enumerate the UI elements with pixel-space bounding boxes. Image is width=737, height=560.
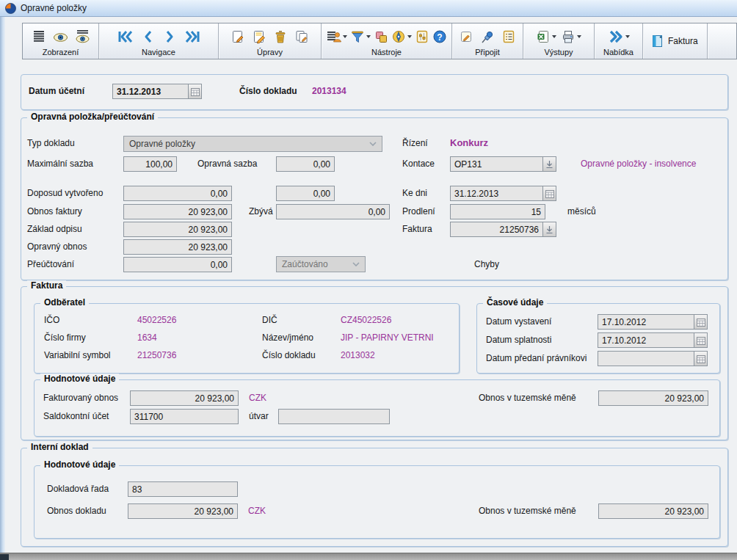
header-box: Datum účetní 31.12.2013 Číslo dokladu 20… — [21, 74, 728, 110]
kontace-lookup-button[interactable] — [542, 156, 556, 172]
duplicate-button[interactable] — [374, 29, 388, 44]
dropdown-caret-icon — [577, 35, 581, 38]
calendar-button[interactable] — [694, 314, 708, 330]
faktura-doc-icon — [652, 34, 664, 48]
refresh-compass-button[interactable] — [391, 29, 412, 44]
view-list-detail-button[interactable] — [75, 29, 90, 44]
datum-ucetni-field[interactable]: 31.12.2013 — [112, 84, 189, 99]
help-button[interactable]: ? — [432, 29, 447, 44]
doposud-vytvoreno-field2[interactable]: 0,00 — [276, 186, 335, 201]
delete-record-button[interactable] — [273, 29, 288, 44]
doposud-vytvoreno-field[interactable]: 0,00 — [123, 186, 232, 201]
datum-splatnosti-label: Datum splatnosti — [486, 332, 551, 348]
utvar-field[interactable] — [278, 409, 390, 424]
rizeni-label: Řízení — [402, 136, 428, 151]
new-record-button[interactable] — [230, 29, 245, 44]
nav-prev-button[interactable] — [142, 29, 154, 44]
doposud-vytvoreno-label: Doposud vytvořeno — [27, 186, 103, 201]
calendar-button[interactable] — [694, 332, 708, 348]
faktura-obnos-tuzemska-value: 20 923,00 — [665, 393, 704, 404]
dokladova-rada-value: 83 — [132, 484, 142, 495]
zaklad-odpisu-field[interactable]: 20 923,00 — [123, 222, 232, 237]
calendar-icon — [191, 87, 200, 96]
nav-last-icon — [185, 29, 201, 44]
print-icon — [561, 29, 576, 44]
help-icon: ? — [432, 29, 447, 44]
ico-label: IČO — [44, 314, 59, 326]
ke-dni-field[interactable]: 31.12.2013 — [450, 186, 543, 201]
faktura-ref-field[interactable]: 21250736 — [450, 222, 543, 237]
obnos-dokladu-field[interactable]: 20 923,00 — [128, 503, 238, 519]
kontace-description: Opravné položky - insolvence — [581, 156, 696, 172]
toolbar-group-label: Nástroje — [322, 48, 451, 59]
obnos-faktury-field[interactable]: 20 923,00 — [123, 204, 232, 219]
kontace-field[interactable]: OP131 — [450, 156, 543, 172]
calendar-button[interactable] — [694, 351, 708, 366]
prodleni-field[interactable]: 15 — [450, 204, 545, 219]
faktura-cislo-dokladu-label: Číslo dokladu — [262, 349, 316, 361]
nav-next-button[interactable] — [164, 29, 175, 44]
attach-note-button[interactable] — [459, 29, 473, 44]
ico-value: 45022526 — [137, 314, 176, 326]
zauctovano-combo[interactable]: Zaúčtováno — [276, 256, 366, 272]
faktura-lookup-button[interactable] — [542, 222, 556, 237]
refresh-compass-icon — [391, 29, 406, 44]
ke-dni-label: Ke dni — [402, 186, 427, 201]
export-excel-button[interactable] — [536, 29, 556, 44]
attach-tasklist-button[interactable] — [501, 29, 516, 44]
toolbar-icons-navigace — [99, 23, 218, 48]
user-filter-button[interactable] — [327, 29, 347, 44]
opravna-sazba-field[interactable]: 0,00 — [276, 156, 335, 172]
settings-button[interactable] — [415, 29, 429, 44]
opravna-sazba-label: Opravná sazba — [197, 156, 257, 172]
dic-label: DIČ — [262, 314, 277, 326]
typ-dokladu-combo[interactable]: Opravné položky — [123, 136, 382, 152]
preuctovani-field[interactable]: 0,00 — [123, 257, 232, 272]
interni-doklad-legend: Interní doklad — [27, 442, 92, 452]
attach-pin-button[interactable] — [480, 29, 495, 44]
opravny-obnos-field[interactable]: 20 923,00 — [123, 239, 232, 255]
nav-first-button[interactable] — [117, 29, 133, 44]
datum-vystaveni-label: Datum vystavení — [486, 314, 551, 330]
saldokontni-ucet-label: Saldokontní účet — [43, 409, 109, 424]
datum-vystaveni-value: 17.10.2012 — [602, 317, 646, 327]
calendar-button[interactable] — [542, 186, 556, 201]
maximalni-sazba-field[interactable]: 100,00 — [123, 156, 177, 172]
prodleni-unit-label: měsíců — [567, 204, 596, 219]
zauctovano-value: Zaúčtováno — [282, 259, 328, 269]
nav-last-button[interactable] — [185, 29, 201, 44]
dokladova-rada-field[interactable]: 83 — [128, 481, 238, 497]
doposud-vytvoreno-value2: 0,00 — [313, 189, 330, 199]
datum-predani-group — [598, 351, 708, 366]
datum-splatnosti-field[interactable]: 17.10.2012 — [598, 332, 694, 348]
interni-obnos-tuzemska-field[interactable]: 20 923,00 — [598, 503, 708, 519]
saldokontni-ucet-field[interactable]: 311700 — [130, 409, 239, 424]
fakturovany-obnos-field[interactable]: 20 923,00 — [130, 390, 239, 406]
nav-first-icon — [117, 29, 133, 44]
opravny-obnos-value: 20 923,00 — [189, 242, 228, 252]
new-record-icon — [230, 29, 245, 44]
toolbar-context-faktura[interactable]: Faktura — [643, 23, 708, 59]
note-icon — [459, 29, 473, 44]
faktura-obnos-tuzemska-field[interactable]: 20 923,00 — [598, 390, 708, 406]
zaklad-odpisu-label: Základ odpisu — [27, 222, 82, 237]
datum-ucetni-value: 31.12.2013 — [117, 87, 161, 97]
copy-record-button[interactable] — [294, 29, 309, 44]
view-list-button[interactable] — [32, 29, 46, 44]
view-detail-button[interactable] — [53, 29, 68, 44]
edit-record-button[interactable] — [252, 29, 266, 44]
datum-vystaveni-field[interactable]: 17.10.2012 — [598, 314, 694, 330]
delete-record-icon — [273, 29, 288, 44]
print-button[interactable] — [561, 29, 581, 44]
calendar-button[interactable] — [188, 84, 202, 99]
menu-button[interactable] — [608, 29, 630, 44]
maximalni-sazba-value: 100,00 — [145, 159, 173, 170]
fakturovany-obnos-label: Fakturovaný obnos — [43, 390, 118, 406]
interni-hodnotove-box: Hodnotové údaje Dokladová řada 83 Obnos … — [34, 465, 720, 539]
zbyva-field[interactable]: 0,00 — [276, 204, 390, 219]
datum-predani-field[interactable] — [598, 351, 694, 366]
obnos-dokladu-currency: CZK — [248, 503, 266, 519]
obnos-faktury-value: 20 923,00 — [189, 207, 228, 217]
kontace-group: OP131 — [450, 156, 556, 172]
filter-button[interactable] — [350, 29, 371, 44]
